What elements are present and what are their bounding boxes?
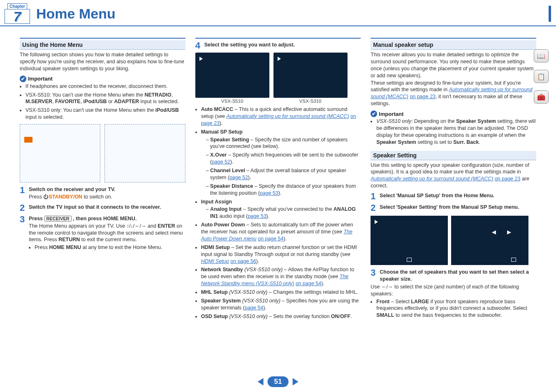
step-title: Select the setting you want to adjust. bbox=[204, 42, 361, 48]
osd-screen-setup-left bbox=[371, 216, 448, 265]
important-list: If headphones are connected to the recei… bbox=[20, 83, 185, 121]
speaker-list: Front – Select LARGE if your front speak… bbox=[371, 298, 536, 319]
settings-list: Auto MCACC – This is a quick and effecti… bbox=[195, 106, 361, 320]
important-list: VSX-S510 only: Depending on the Speaker … bbox=[371, 118, 536, 146]
important-header: ✔ Important bbox=[20, 76, 185, 82]
page-header: Chapter 7 Home Menu bbox=[0, 0, 556, 26]
list-item: HDMI Setup – Set the audio return channe… bbox=[201, 244, 361, 265]
step-title: Choose the set of speakers that you want… bbox=[380, 269, 536, 283]
list-item: Press HOME MENU at any time to exit the … bbox=[35, 244, 185, 251]
important-icon: ✔ bbox=[20, 76, 26, 82]
arrow-icon bbox=[278, 57, 281, 61]
list-item: VSX-S310 only: You can't use the Home Me… bbox=[25, 107, 185, 121]
step-number: 2 bbox=[20, 203, 26, 212]
step-2: 2 Select 'Speaker Setting' from the Manu… bbox=[371, 203, 536, 212]
osd-screenshots: VSX-S510 VSX-S310 bbox=[195, 53, 361, 104]
osd-screenshots: ◀ ▶ bbox=[371, 216, 536, 265]
list-item: X.Over – Specify which frequencies will … bbox=[206, 152, 361, 166]
glossary-icon[interactable]: 🧰 bbox=[534, 90, 549, 104]
step-title: Switch on the receiver and your TV. bbox=[29, 186, 185, 193]
important-label: Important bbox=[28, 76, 53, 82]
list-item: Network Standby (VSX-S510 only) – Allows… bbox=[201, 266, 361, 287]
pager: 51 bbox=[258, 376, 299, 387]
divider bbox=[371, 38, 536, 39]
section-heading-speaker-setting: Speaker Setting bbox=[371, 151, 536, 160]
chapter-number: 7 bbox=[5, 9, 30, 24]
step-number: 1 bbox=[20, 186, 26, 201]
step-number: 3 bbox=[20, 215, 26, 253]
body-text: Use this setting to specify your speaker… bbox=[371, 162, 536, 190]
body-text: These settings are designed to fine-tune… bbox=[371, 80, 536, 108]
index-icon[interactable]: 📋 bbox=[534, 70, 549, 83]
column-2: 4 Select the setting you want to adjust.… bbox=[195, 38, 361, 322]
step-3: 3 Choose the set of speakers that you wa… bbox=[371, 268, 536, 283]
step-title: Select 'Manual SP Setup' from the Home M… bbox=[380, 192, 536, 199]
column-1: Using the Home Menu The following sectio… bbox=[20, 38, 185, 322]
content-area: Using the Home Menu The following sectio… bbox=[0, 26, 556, 326]
step-1: 1 Switch on the receiver and your TV. Pr… bbox=[20, 186, 185, 201]
important-header: ✔ Important bbox=[371, 111, 536, 117]
important-icon: ✔ bbox=[371, 111, 377, 117]
sub-list: Speaker Setting – Specify the size and n… bbox=[201, 136, 361, 197]
step-number: 2 bbox=[371, 203, 377, 212]
osd-screen-s510 bbox=[195, 53, 269, 98]
list-item: Auto MCACC – This is a quick and effecti… bbox=[201, 106, 361, 127]
remote-control-diagram bbox=[104, 124, 185, 182]
list-item: Analog Input – Specify what you've conne… bbox=[206, 206, 361, 220]
arrow-icon bbox=[375, 220, 378, 224]
column-3: Manual speaker setup This receiver allow… bbox=[371, 38, 536, 322]
list-item: Speaker Distance – Specify the distance … bbox=[206, 183, 361, 197]
list-item: If headphones are connected to the recei… bbox=[25, 83, 185, 90]
step-body: Press ⏻STANDBY/ON to switch on. bbox=[29, 194, 185, 201]
list-item: Speaker Setting – Specify the size and n… bbox=[206, 136, 361, 150]
chapter-box: Chapter 7 bbox=[5, 3, 30, 24]
step-number: 1 bbox=[371, 192, 377, 201]
step-number: 4 bbox=[195, 41, 202, 50]
sub-list: Analog Input – Specify what you've conne… bbox=[201, 206, 361, 220]
screen-caption: VSX-S510 bbox=[195, 99, 269, 104]
osd-screen-s310 bbox=[273, 53, 348, 98]
side-icon-bar: 📖 📋 🧰 bbox=[534, 49, 549, 104]
arrow-icon bbox=[199, 57, 203, 61]
next-page-arrow-icon[interactable] bbox=[292, 378, 298, 385]
list-item: Channel Level – Adjust the overall balan… bbox=[206, 167, 361, 181]
list-item: Front – Select LARGE if your front speak… bbox=[376, 298, 536, 319]
step-3: 3 Press RECEIVER , then press HOME MENU.… bbox=[20, 215, 185, 253]
list-item: MHL Setup (VSX-S510 only) – Changes the … bbox=[201, 289, 361, 296]
section-heading-using-home-menu: Using the Home Menu bbox=[20, 40, 185, 50]
screen-caption: VSX-S310 bbox=[273, 99, 348, 104]
osd-screen-setup-right: ◀ ▶ bbox=[451, 216, 528, 265]
divider bbox=[195, 38, 361, 39]
step-title: Press RECEIVER , then press HOME MENU. bbox=[29, 215, 185, 222]
page-title: Home Menu bbox=[36, 6, 551, 22]
step-title: Select 'Speaker Setting' from the Manual… bbox=[380, 204, 536, 211]
page-number: 51 bbox=[268, 376, 289, 387]
step-title: Switch the TV input so that it connects … bbox=[29, 204, 185, 211]
toc-icon[interactable]: 📖 bbox=[534, 49, 549, 62]
chapter-label: Chapter bbox=[7, 3, 27, 9]
step-body: The Home Menu appears on your TV. Use ↑/… bbox=[29, 223, 185, 244]
step-1: 1 Select 'Manual SP Setup' from the Home… bbox=[371, 192, 536, 201]
return-icon bbox=[511, 258, 516, 262]
remote-diagrams bbox=[20, 124, 185, 182]
list-item: VSX-S510: You can't use the Home Menu wh… bbox=[25, 92, 185, 106]
list-item: VSX-S510 only: Depending on the Speaker … bbox=[376, 118, 536, 146]
divider bbox=[20, 38, 185, 39]
receiver-front-panel-diagram bbox=[20, 124, 100, 182]
list-item: Auto Power Down – Sets to automatically … bbox=[201, 221, 361, 242]
step-2: 2 Switch the TV input so that it connect… bbox=[20, 203, 185, 212]
section-heading-manual-speaker-setup: Manual speaker setup bbox=[371, 40, 536, 50]
intro-text: The following section shows you how to m… bbox=[20, 51, 185, 72]
list-item: Input AssignAnalog Input – Specify what … bbox=[201, 198, 361, 220]
return-icon bbox=[407, 258, 412, 262]
list-item: Speaker System (VSX-S510 only) – Specifi… bbox=[201, 297, 361, 311]
step-body: Use ←/→ to select the size (and number) … bbox=[371, 284, 536, 297]
prev-page-arrow-icon[interactable] bbox=[258, 378, 264, 385]
step-4: 4 Select the setting you want to adjust. bbox=[195, 41, 361, 50]
body-text: This receiver allows you to make detaile… bbox=[371, 51, 536, 79]
left-right-arrows-icon: ◀ ▶ bbox=[492, 229, 517, 235]
important-label: Important bbox=[379, 111, 403, 117]
list-item: OSD Setup (VSX-S510 only) – Sets the ove… bbox=[201, 313, 361, 320]
step-number: 3 bbox=[371, 268, 377, 283]
list-item: Manual SP SetupSpeaker Setting – Specify… bbox=[201, 129, 361, 197]
